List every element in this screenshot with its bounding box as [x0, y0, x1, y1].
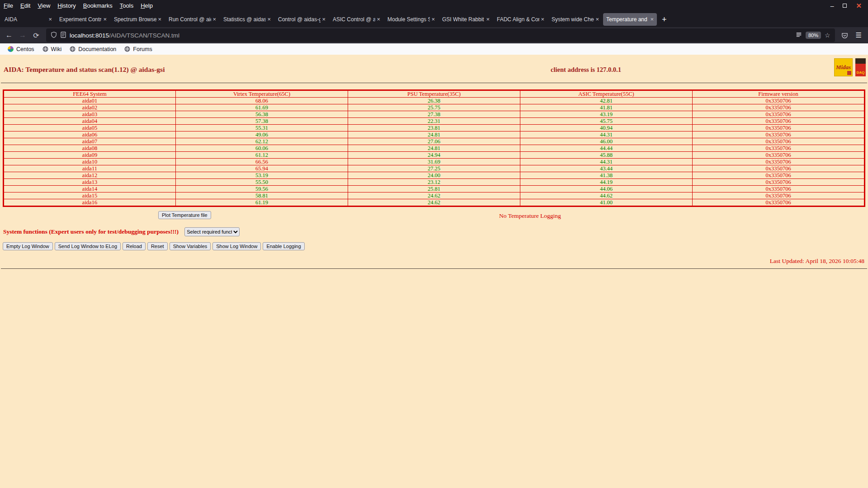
psu-temperature: 25.81	[348, 186, 520, 192]
tab-close-icon[interactable]: ×	[322, 16, 326, 23]
psu-temperature: 23.12	[348, 179, 520, 186]
tab-gsi-white-rabbit-t[interactable]: GSI White Rabbit T×	[439, 13, 493, 26]
enable-logging-button[interactable]: Enable Logging	[263, 242, 304, 250]
tab-fadc-align-cont[interactable]: FADC Align & Cont×	[494, 13, 547, 26]
virtex-temperature: 55.31	[176, 125, 348, 131]
menu-help[interactable]: Help	[137, 2, 156, 9]
menu-tools[interactable]: Tools	[116, 2, 137, 9]
show-log-window-button[interactable]: Show Log Window	[212, 242, 261, 250]
reader-mode-icon[interactable]	[796, 32, 802, 39]
tab-label: Spectrum Browser	[114, 16, 156, 23]
system-function-select[interactable]: Select required function	[184, 227, 240, 236]
table-row: aida0356.3827.3843.190x3350706	[4, 111, 865, 118]
shield-icon[interactable]	[51, 32, 57, 39]
client-address: client address is 127.0.0.1	[551, 66, 621, 74]
menu-edit[interactable]: Edit	[17, 2, 34, 9]
asic-temperature: 41.00	[520, 199, 693, 206]
tab-bar: AIDA×Experiment Contro×Spectrum Browser×…	[0, 11, 868, 27]
virtex-temperature: 57.38	[176, 118, 348, 125]
maximize-button[interactable]	[843, 4, 847, 8]
tab-asic-control-ai[interactable]: ASIC Control @ ai×	[330, 13, 383, 26]
tab-close-icon[interactable]: ×	[212, 16, 216, 23]
tab-control-aidas-g[interactable]: Control @ aidas-g×	[275, 13, 329, 26]
url-bar[interactable]: localhost:8015/AIDA/TSCAN/TSCAN.tml 80% …	[46, 28, 835, 42]
reload-button[interactable]: Reload	[123, 242, 146, 250]
bookmark-documentation[interactable]: Documentation	[66, 43, 120, 55]
tab-experiment-contro[interactable]: Experiment Contro×	[56, 13, 110, 26]
fee64-name: aida11	[4, 165, 176, 172]
virtex-temperature: 56.38	[176, 111, 348, 118]
centos-icon	[8, 46, 14, 52]
tab-strip: AIDA×Experiment Contro×Spectrum Browser×…	[1, 11, 657, 27]
show-variables-button[interactable]: Show Variables	[170, 242, 211, 250]
reload-button[interactable]: ⟳	[30, 29, 42, 42]
hamburger-menu-icon[interactable]: ☰	[852, 31, 865, 39]
asic-temperature: 44.62	[520, 192, 693, 199]
divider-bottom	[1, 268, 867, 269]
tab-statistics-aidas[interactable]: Statistics @ aidas×	[220, 13, 274, 26]
tab-spectrum-browser[interactable]: Spectrum Browser×	[111, 13, 165, 26]
reset-button[interactable]: Reset	[147, 242, 168, 250]
asic-temperature: 46.00	[520, 138, 693, 145]
asic-temperature: 41.81	[520, 104, 693, 111]
midas-logo: Midas	[834, 58, 853, 76]
forward-button[interactable]: →	[16, 29, 29, 42]
menu-file[interactable]: File	[0, 2, 17, 9]
zoom-level-button[interactable]: 80%	[806, 32, 821, 39]
tab-close-icon[interactable]: ×	[48, 16, 52, 23]
fee64-name: aida05	[4, 125, 176, 131]
new-tab-button[interactable]: +	[657, 15, 671, 23]
firmware-version: 0x3350706	[693, 131, 865, 138]
asic-temperature: 44.06	[520, 186, 693, 192]
tab-close-icon[interactable]: ×	[595, 16, 599, 23]
tab-system-wide-chec[interactable]: System wide Chec×	[548, 13, 602, 26]
column-header-firmware-version: Firmware version	[693, 90, 865, 98]
action-buttons: Empty Log WindowSend Log Window to ELogR…	[3, 242, 868, 250]
tab-close-icon[interactable]: ×	[158, 16, 161, 23]
fee64-name: aida14	[4, 186, 176, 192]
tab-label: Experiment Contro	[59, 16, 102, 23]
tab-close-icon[interactable]: ×	[377, 16, 380, 23]
menu-view[interactable]: View	[34, 2, 54, 9]
tab-module-settings-s[interactable]: Module Settings S×	[384, 13, 438, 26]
tab-close-icon[interactable]: ×	[650, 16, 654, 23]
table-row: aida0961.1224.9445.880x3350706	[4, 152, 865, 159]
tab-close-icon[interactable]: ×	[541, 16, 544, 23]
bookmark-star-icon[interactable]: ☆	[825, 32, 830, 39]
tab-close-icon[interactable]: ×	[103, 16, 107, 23]
tab-close-icon[interactable]: ×	[267, 16, 271, 23]
firmware-version: 0x3350706	[693, 165, 865, 172]
virtex-temperature: 60.06	[176, 145, 348, 152]
minimize-button[interactable]: –	[830, 4, 834, 8]
table-row: aida0261.6925.7541.810x3350706	[4, 104, 865, 111]
save-to-pocket-icon[interactable]	[839, 29, 851, 42]
bookmark-centos[interactable]: Centos	[4, 43, 38, 55]
menu-bookmarks[interactable]: Bookmarks	[80, 2, 116, 9]
bookmark-forums[interactable]: Forums	[120, 43, 156, 55]
psu-temperature: 26.38	[348, 98, 520, 104]
tab-aida[interactable]: AIDA×	[1, 13, 55, 26]
tab-close-icon[interactable]: ×	[486, 16, 490, 23]
close-button[interactable]: ✕	[856, 3, 862, 9]
asic-temperature: 44.19	[520, 179, 693, 186]
tab-temperature-and-s[interactable]: Temperature and s×	[603, 13, 657, 26]
empty-log-window-button[interactable]: Empty Log Window	[3, 242, 53, 250]
virtex-temperature: 62.12	[176, 138, 348, 145]
menu-history[interactable]: History	[54, 2, 79, 9]
tab-close-icon[interactable]: ×	[431, 16, 435, 23]
daq-logo: DAQ	[855, 58, 866, 76]
tab-run-control-aid[interactable]: Run Control @ aid×	[165, 13, 219, 26]
page-info-icon[interactable]	[61, 32, 66, 39]
plot-temperature-file-button[interactable]: Plot Temperature file	[158, 211, 211, 219]
firmware-version: 0x3350706	[693, 186, 865, 192]
virtex-temperature: 65.94	[176, 165, 348, 172]
fee64-name: aida16	[4, 199, 176, 206]
firmware-version: 0x3350706	[693, 145, 865, 152]
send-log-window-to-elog-button[interactable]: Send Log Window to ELog	[55, 242, 121, 250]
firmware-version: 0x3350706	[693, 125, 865, 131]
table-row: aida0762.1227.0646.000x3350706	[4, 138, 865, 145]
tab-label: Module Settings S	[387, 16, 430, 23]
back-button[interactable]: ←	[3, 29, 15, 42]
bookmark-label: Wiki	[51, 46, 62, 52]
bookmark-wiki[interactable]: Wiki	[38, 43, 66, 55]
